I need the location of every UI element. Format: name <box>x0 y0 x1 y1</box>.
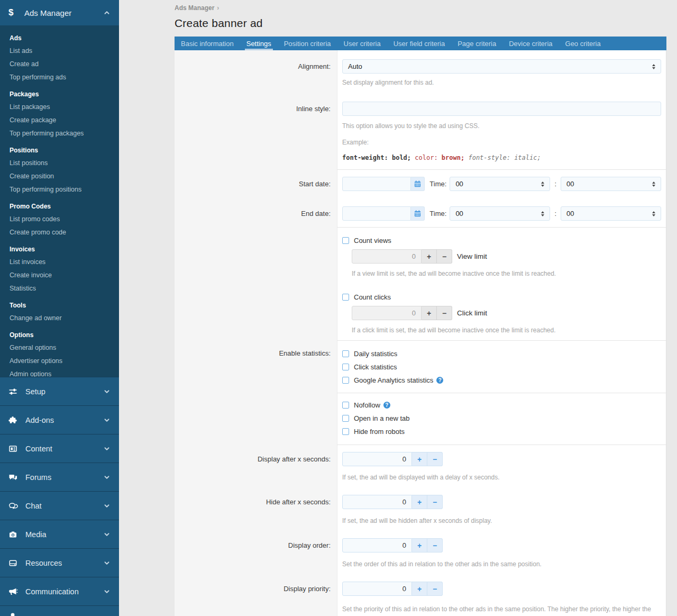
sidebar-item-advertiser-options[interactable]: Advertiser options <box>0 354 119 367</box>
sidebar-section-title: Packages <box>0 84 119 100</box>
sidebar-section-title: Promo Codes <box>0 196 119 212</box>
sidebar-item-resources[interactable]: Resources <box>0 548 119 577</box>
sliders-icon <box>8 387 19 396</box>
chevron-down-icon <box>103 531 111 538</box>
click-limit-input[interactable] <box>352 306 422 320</box>
daily-statistics-checkbox[interactable] <box>342 350 349 357</box>
breadcrumb-ads-manager[interactable]: Ads Manager <box>175 4 214 12</box>
display-after-increment-button[interactable]: + <box>412 452 427 466</box>
view-limit-input[interactable] <box>352 249 422 264</box>
breadcrumb: Ads Manager› <box>175 0 666 12</box>
tab-basic-information[interactable]: Basic information <box>175 37 240 50</box>
sidebar-item-chat[interactable]: Chat <box>0 491 119 520</box>
sidebar-item-statistics[interactable]: Statistics <box>0 282 119 295</box>
display-priority-input[interactable] <box>342 582 412 596</box>
sidebar-item-create-ad[interactable]: Create ad <box>0 57 119 70</box>
sidebar-item-list-invoices[interactable]: List invoices <box>0 255 119 268</box>
sidebar-section-title: Ads <box>0 28 119 44</box>
display-after-label: Display after x seconds: <box>175 452 337 482</box>
view-limit-label: View limit <box>457 249 487 264</box>
tab-settings[interactable]: Settings <box>240 37 278 50</box>
sidebar-item-create-promo-code[interactable]: Create promo code <box>0 225 119 239</box>
tab-geo-criteria[interactable]: Geo criteria <box>559 37 607 50</box>
end-date-input[interactable] <box>342 206 411 221</box>
tab-page-criteria[interactable]: Page criteria <box>451 37 502 50</box>
inline-style-input[interactable] <box>342 102 661 116</box>
question-circle-icon[interactable]: ? <box>436 377 443 384</box>
display-order-increment-button[interactable]: + <box>412 538 427 552</box>
alignment-select[interactable]: Auto <box>342 59 661 74</box>
select-arrows-icon <box>541 211 544 216</box>
sidebar-item-media[interactable]: Media <box>0 520 119 548</box>
sidebar-item-list-packages[interactable]: List packages <box>0 100 119 113</box>
count-views-checkbox[interactable] <box>342 237 349 244</box>
hide-after-increment-button[interactable]: + <box>412 495 427 509</box>
nofollow-checkbox[interactable] <box>342 402 349 409</box>
sidebar-item-list-ads[interactable]: List ads <box>0 44 119 57</box>
view-limit-increment-button[interactable]: + <box>422 249 437 264</box>
inline-style-label: Inline style: <box>175 102 337 161</box>
sidebar-item-create-invoice[interactable]: Create invoice <box>0 268 119 282</box>
sidebar-item-top-performing-positions[interactable]: Top performing positions <box>0 183 119 196</box>
sidebar-menu-panel: Ads List ads Create ad Top performing ad… <box>0 25 119 377</box>
sidebar-item-top-performing-packages[interactable]: Top performing packages <box>0 126 119 140</box>
display-after-decrement-button[interactable]: − <box>427 452 443 466</box>
display-priority-decrement-button[interactable]: − <box>427 582 443 596</box>
google-analytics-checkbox[interactable] <box>342 377 349 384</box>
sidebar-item-general-options[interactable]: General options <box>0 341 119 354</box>
hide-after-decrement-button[interactable]: − <box>427 495 443 509</box>
sidebar-item-partial[interactable] <box>0 605 119 616</box>
tab-user-field-criteria[interactable]: User field criteria <box>387 37 452 50</box>
display-priority-increment-button[interactable]: + <box>412 582 427 596</box>
dollar-icon: $ <box>8 7 19 18</box>
css-example-code: font-weight: bold; color: brown; font-st… <box>342 154 661 161</box>
end-date-calendar-button[interactable] <box>411 206 425 221</box>
sidebar-item-create-position[interactable]: Create position <box>0 169 119 183</box>
end-hour-select[interactable]: 00 <box>450 206 550 221</box>
sidebar-item-top-performing-ads[interactable]: Top performing ads <box>0 70 119 84</box>
sidebar-item-list-positions[interactable]: List positions <box>0 156 119 169</box>
hide-after-input[interactable] <box>342 495 412 509</box>
sidebar-item-create-package[interactable]: Create package <box>0 113 119 126</box>
sidebar-item-setup[interactable]: Setup <box>0 377 119 405</box>
count-clicks-checkbox[interactable] <box>342 294 349 301</box>
chevron-down-icon <box>103 474 111 481</box>
tab-position-criteria[interactable]: Position criteria <box>278 37 337 50</box>
start-hour-select[interactable]: 00 <box>450 177 550 191</box>
sidebar-item-add-ons[interactable]: Add-ons <box>0 405 119 434</box>
sidebar-item-list-promo-codes[interactable]: List promo codes <box>0 212 119 225</box>
start-minute-select[interactable]: 00 <box>561 177 661 191</box>
sidebar-item-content[interactable]: Content <box>0 434 119 463</box>
end-minute-select[interactable]: 00 <box>561 206 661 221</box>
time-colon: : <box>554 210 556 218</box>
sidebar-item-communication[interactable]: Communication <box>0 577 119 605</box>
click-limit-label: Click limit <box>457 306 487 320</box>
open-new-tab-checkbox[interactable] <box>342 415 349 422</box>
start-date-calendar-button[interactable] <box>411 177 425 191</box>
display-order-label: Display order: <box>175 538 337 569</box>
display-after-input[interactable] <box>342 452 412 466</box>
select-arrows-icon <box>652 211 655 216</box>
chevron-down-icon <box>103 559 111 567</box>
tab-user-criteria[interactable]: User criteria <box>337 37 387 50</box>
display-priority-label: Display priority: <box>175 582 337 616</box>
user-icon <box>8 612 19 616</box>
chevron-down-icon <box>103 588 111 595</box>
select-arrows-icon <box>541 182 544 187</box>
sidebar-item-forums[interactable]: Forums <box>0 463 119 491</box>
sidebar-item-admin-options[interactable]: Admin options <box>0 367 119 377</box>
question-circle-icon[interactable]: ? <box>383 402 390 409</box>
chevron-up-icon <box>103 9 111 16</box>
click-limit-decrement-button[interactable]: − <box>437 306 452 320</box>
display-order-decrement-button[interactable]: − <box>427 538 443 552</box>
hide-from-robots-checkbox[interactable] <box>342 428 349 435</box>
alignment-label: Alignment: <box>175 59 337 87</box>
display-order-input[interactable] <box>342 538 412 552</box>
click-limit-increment-button[interactable]: + <box>422 306 437 320</box>
click-statistics-checkbox[interactable] <box>342 364 349 370</box>
tab-device-criteria[interactable]: Device criteria <box>502 37 559 50</box>
sidebar-item-ads-manager[interactable]: $ Ads Manager <box>0 0 119 25</box>
view-limit-decrement-button[interactable]: − <box>437 249 452 264</box>
start-date-input[interactable] <box>342 177 411 191</box>
sidebar-item-change-ad-owner[interactable]: Change ad owner <box>0 311 119 324</box>
